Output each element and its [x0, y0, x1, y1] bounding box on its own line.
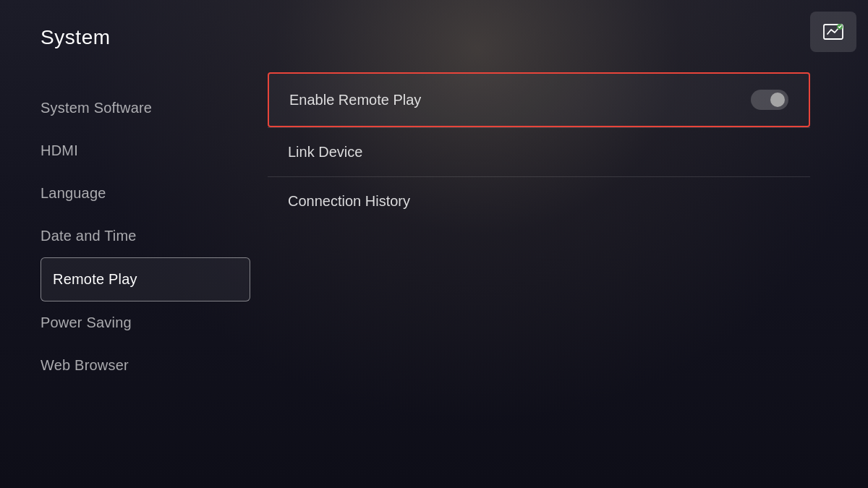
sidebar-item-web-browser[interactable]: Web Browser	[41, 344, 268, 387]
link-device-row[interactable]: Link Device	[268, 127, 810, 176]
sidebar-item-hdmi[interactable]: HDMI	[41, 129, 268, 172]
enable-remote-play-row[interactable]: Enable Remote Play	[268, 72, 810, 127]
sidebar-item-date-and-time[interactable]: Date and Time	[41, 215, 268, 257]
sidebar-item-remote-play[interactable]: Remote Play	[41, 257, 250, 301]
toggle-knob	[770, 93, 785, 107]
sidebar-item-language[interactable]: Language	[41, 172, 268, 215]
content-panel: Enable Remote Play Link Device Connectio…	[268, 72, 868, 488]
enable-remote-play-toggle[interactable]	[751, 90, 788, 110]
connection-history-row[interactable]: Connection History	[268, 177, 810, 226]
link-device-label: Link Device	[288, 144, 362, 160]
top-right-icon-button[interactable]	[810, 12, 856, 52]
page-title: System	[41, 26, 111, 49]
sidebar-item-power-saving[interactable]: Power Saving	[41, 301, 268, 344]
sidebar-item-system-software[interactable]: System Software	[41, 87, 268, 129]
main-content: System Software HDMI Language Date and T…	[0, 72, 868, 488]
page-container: System System Software HDMI Language Dat…	[0, 0, 868, 488]
enable-remote-play-label: Enable Remote Play	[289, 92, 421, 108]
activity-icon	[822, 20, 845, 43]
sidebar: System Software HDMI Language Date and T…	[0, 72, 268, 488]
connection-history-label: Connection History	[288, 193, 410, 210]
